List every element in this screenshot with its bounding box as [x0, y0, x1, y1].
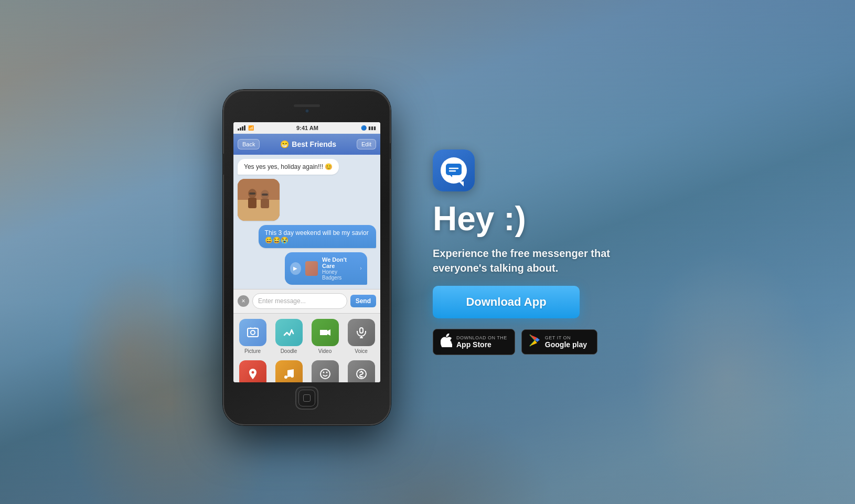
svg-point-18: [320, 369, 330, 379]
nav-title-text: Best Friends: [292, 140, 336, 148]
app-label-video: Video: [318, 348, 332, 354]
chat-bubble-icon: [441, 157, 467, 184]
google-play-button[interactable]: GET It ON Google play: [521, 329, 597, 355]
send-button[interactable]: Send: [350, 295, 376, 307]
main-container: 📶 9:41 AM 🔵 ▮▮▮ Back 😁 Best Friends: [0, 0, 855, 504]
app-item-location[interactable]: Location: [238, 360, 268, 382]
bluetooth-icon: 🔵: [361, 125, 367, 131]
app-label-doodle: Doodle: [281, 348, 297, 354]
svg-rect-1: [238, 179, 280, 200]
google-play-icon: [529, 334, 541, 350]
app-item-money[interactable]: Money: [346, 360, 376, 382]
app-item-video[interactable]: Video: [310, 319, 340, 354]
signal-bar-2: [240, 127, 241, 131]
app-item-music[interactable]: Music: [274, 360, 304, 382]
svg-rect-8: [262, 194, 268, 196]
message-placeholder: Enter message...: [258, 297, 306, 305]
signal-bar-1: [238, 128, 239, 131]
app-grid: Picture Doodle: [233, 313, 380, 382]
app-icon-video: [312, 319, 339, 346]
phone-outer: 📶 9:41 AM 🔵 ▮▮▮ Back 😁 Best Friends: [223, 90, 391, 425]
bubble-received-1: Yes yes yes, holiday again!!! 😊: [238, 159, 339, 175]
phone-camera: [305, 109, 309, 113]
svg-rect-12: [254, 327, 255, 329]
phone-speaker: [294, 104, 320, 107]
status-time: 9:41 AM: [296, 125, 318, 131]
message-sent-media: ▶ We Don't Care Honey Badgers ›: [285, 252, 376, 285]
store-buttons: Download on the App Store GET It ON Go: [433, 329, 632, 355]
nav-title-emoji: 😁: [280, 140, 289, 148]
nav-edit-button[interactable]: Edit: [357, 139, 376, 149]
headline: Hey :): [433, 202, 632, 235]
media-bubble: ▶ We Don't Care Honey Badgers ›: [285, 252, 367, 285]
svg-point-10: [251, 330, 255, 335]
message-received-1: Yes yes yes, holiday again!!! 😊: [238, 159, 339, 175]
media-title: We Don't Care: [322, 256, 356, 269]
message-received-photo: [238, 179, 280, 221]
chat-area: Yes yes yes, holiday again!!! 😊: [233, 155, 380, 289]
google-play-text: GET It ON Google play: [545, 335, 587, 349]
media-info: We Don't Care Honey Badgers: [322, 256, 356, 281]
nav-bar: Back 😁 Best Friends Edit: [233, 134, 380, 155]
phone-top: [224, 91, 390, 122]
message-text-1: Yes yes yes, holiday again!!! 😊: [244, 163, 333, 170]
app-item-sticker[interactable]: Sticker: [310, 360, 340, 382]
media-arrow-icon: ›: [360, 265, 361, 271]
app-item-voice[interactable]: Voice: [346, 319, 376, 354]
app-item-doodle[interactable]: Doodle: [274, 319, 304, 354]
status-right: 🔵 ▮▮▮: [361, 125, 376, 131]
app-icon-sticker: [312, 360, 339, 382]
status-left: 📶: [238, 125, 254, 131]
nav-back-button[interactable]: Back: [238, 139, 260, 149]
phone-screen: 📶 9:41 AM 🔵 ▮▮▮ Back 😁 Best Friends: [233, 122, 380, 382]
phone-mockup: 📶 9:41 AM 🔵 ▮▮▮ Back 😁 Best Friends: [223, 90, 391, 425]
side-button-left: [222, 154, 224, 175]
svg-rect-6: [261, 199, 269, 208]
apple-icon: [441, 334, 452, 350]
svg-point-17: [291, 374, 294, 378]
signal-bar-3: [242, 126, 243, 131]
media-subtitle: Honey Badgers: [322, 269, 356, 281]
svg-rect-2: [238, 200, 280, 221]
app-icon-large: [433, 149, 475, 191]
side-button-right: [390, 143, 391, 159]
app-icon-voice: [348, 319, 375, 346]
media-thumbnail: [305, 261, 318, 276]
wifi-icon: 📶: [248, 125, 254, 131]
svg-rect-22: [446, 164, 462, 175]
subtitle: Experience the free messenger that every…: [433, 246, 632, 275]
google-play-large-text: Google play: [545, 340, 587, 349]
app-icon-doodle: [275, 319, 303, 346]
app-label-voice: Voice: [355, 348, 367, 354]
right-content: Hey :) Experience the free messenger tha…: [433, 149, 632, 355]
app-icon-money: [348, 360, 375, 382]
input-cancel-icon[interactable]: ×: [238, 295, 249, 307]
svg-rect-9: [248, 328, 258, 337]
home-button-square: [303, 394, 311, 402]
bubble-sent-1: This 3 day weekend will be my savior 😅😂😭: [259, 225, 376, 248]
app-store-text: Download on the App Store: [456, 335, 507, 349]
home-button-inner: [298, 390, 315, 406]
photo-placeholder: [238, 179, 280, 221]
svg-rect-7: [249, 192, 255, 195]
app-icon-location: [239, 360, 266, 382]
message-input-field[interactable]: Enter message...: [252, 293, 347, 309]
message-text-2: This 3 day weekend will be my savior 😅😂😭: [265, 229, 369, 244]
photo-bubble: [238, 179, 280, 221]
svg-rect-13: [360, 328, 363, 333]
app-store-button[interactable]: Download on the App Store: [433, 329, 515, 355]
status-bar: 📶 9:41 AM 🔵 ▮▮▮: [233, 122, 380, 134]
signal-bar-4: [244, 125, 245, 131]
signal-bars: [238, 125, 245, 131]
play-button[interactable]: ▶: [290, 262, 301, 275]
download-app-button[interactable]: Download App: [433, 286, 580, 318]
svg-rect-4: [248, 198, 256, 208]
home-button[interactable]: [295, 387, 318, 410]
svg-point-16: [284, 376, 287, 379]
app-item-picture[interactable]: Picture: [238, 319, 268, 354]
nav-title: 😁 Best Friends: [280, 140, 336, 148]
app-icon-music: [275, 360, 303, 382]
message-input-bar: × Enter message... Send: [233, 289, 380, 313]
svg-rect-11: [250, 327, 251, 329]
google-play-small-text: GET It ON: [545, 335, 587, 340]
